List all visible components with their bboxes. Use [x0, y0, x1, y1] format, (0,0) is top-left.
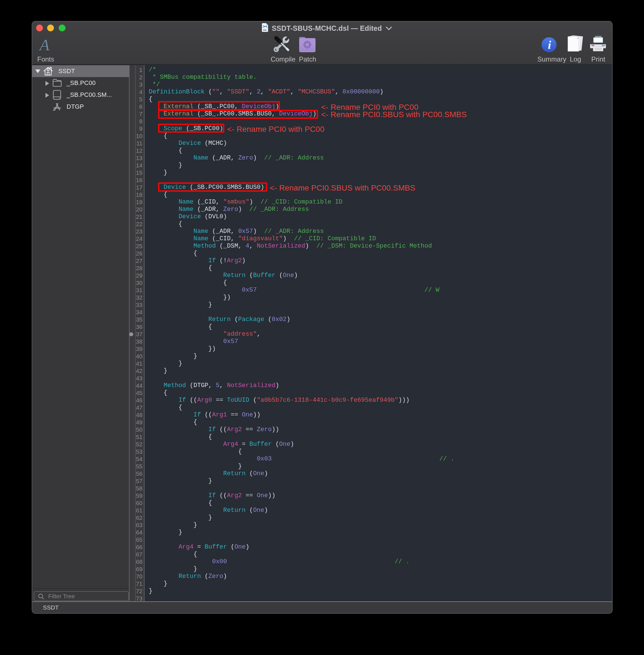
- svg-text:DSL: DSL: [263, 29, 267, 31]
- svg-text:i: i: [548, 38, 551, 51]
